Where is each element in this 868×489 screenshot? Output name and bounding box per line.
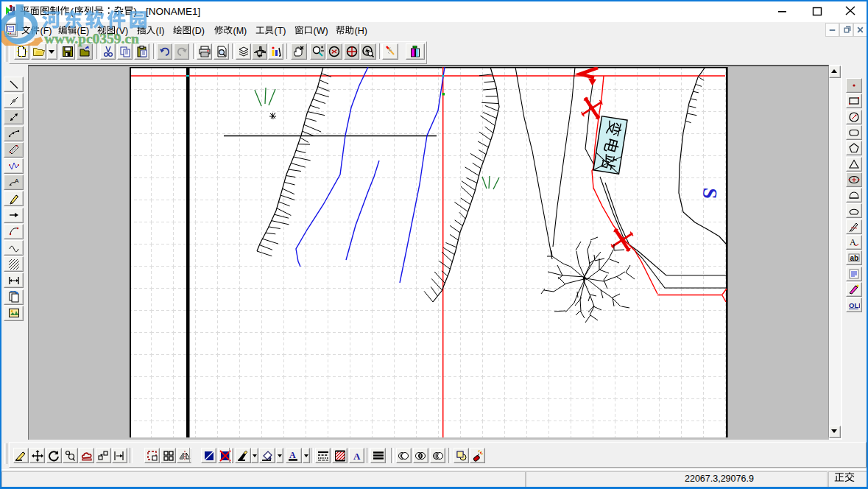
svg-text:(D): (D)	[192, 26, 205, 36]
svg-text:ab: ab	[850, 254, 859, 262]
svg-text:(T): (T)	[275, 26, 286, 36]
svg-text:A: A	[353, 450, 361, 461]
svg-text:(W): (W)	[314, 26, 328, 36]
svg-text:A: A	[850, 237, 856, 247]
svg-text:(M): (M)	[233, 26, 247, 36]
svg-text:A: A	[289, 450, 296, 460]
svg-text:(H): (H)	[355, 26, 367, 36]
svg-text:A: A	[15, 177, 19, 184]
svg-text:S: S	[699, 187, 721, 200]
svg-text:(F): (F)	[40, 26, 52, 36]
svg-text:(: (	[71, 6, 74, 17]
svg-text:OLE: OLE	[849, 301, 860, 309]
svg-text:(I): (I)	[156, 26, 165, 36]
svg-text:) - [NONAME1]: ) - [NONAME1]	[134, 6, 201, 17]
svg-text:(V): (V)	[116, 26, 129, 36]
svg-text:(E): (E)	[77, 26, 90, 36]
